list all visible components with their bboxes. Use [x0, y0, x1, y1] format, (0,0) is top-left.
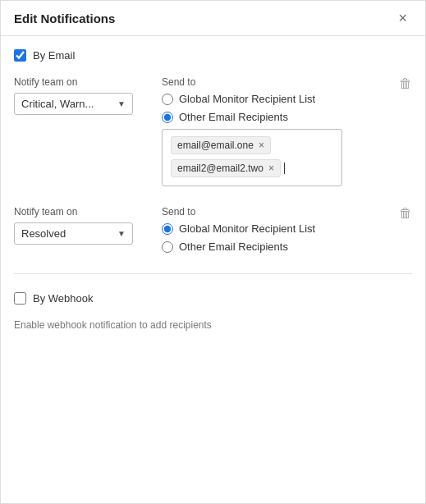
block2-notify-select[interactable]: Resolved ▼ [14, 222, 133, 245]
email-tag-1-remove[interactable]: × [259, 140, 264, 151]
block2-radio-global-label: Global Monitor Recipient List [179, 222, 315, 235]
block2-radio-other[interactable] [162, 241, 173, 253]
block2-left: Notify team on Resolved ▼ [14, 206, 162, 245]
by-email-row: By Email [14, 49, 412, 62]
email-tags-box[interactable]: email@email.one × email2@email2.two × [162, 129, 342, 186]
email-tag-2-remove[interactable]: × [268, 163, 274, 174]
block1-radio-global-label: Global Monitor Recipient List [179, 93, 315, 105]
block2-radio-other-row[interactable]: Other Email Recipients [162, 241, 412, 253]
webhook-section: By Webhook Enable webhook notification t… [14, 289, 412, 331]
email-tag-2: email2@email2.two × [171, 159, 281, 177]
modal-title: Edit Notifications [14, 11, 115, 25]
block2-notify-label: Notify team on [14, 206, 162, 218]
block1-send-to-label: Send to [162, 76, 412, 88]
by-email-label: By Email [33, 49, 75, 62]
webhook-hint: Enable webhook notification to add recip… [14, 319, 412, 331]
modal-body: By Email Notify team on Critical, Warn..… [1, 36, 425, 344]
edit-notifications-modal: Edit Notifications × By Email Notify tea… [0, 0, 426, 504]
block1-trash-icon[interactable]: 🗑 [399, 76, 412, 91]
block2-radio-global-row[interactable]: Global Monitor Recipient List [162, 222, 412, 235]
block2-notify-value: Resolved [21, 227, 66, 240]
modal-header: Edit Notifications × [1, 1, 425, 36]
block2-send-to-label: Send to [162, 206, 412, 218]
block2-select-chevron-icon: ▼ [117, 229, 126, 238]
block1-radio-other-label: Other Email Recipients [179, 111, 288, 123]
block2-radio-other-label: Other Email Recipients [179, 241, 288, 253]
notification-block-2: Notify team on Resolved ▼ Send to Global… [14, 206, 412, 259]
close-button[interactable]: × [393, 9, 412, 27]
by-webhook-row: By Webhook [14, 292, 412, 305]
block2-trash-icon[interactable]: 🗑 [399, 206, 412, 221]
text-cursor [284, 163, 285, 174]
block1-radio-other[interactable] [162, 112, 173, 123]
email-tag-2-row: email2@email2.two × [171, 159, 333, 177]
by-webhook-checkbox[interactable] [14, 292, 26, 305]
by-webhook-label: By Webhook [33, 292, 93, 305]
section-divider [14, 273, 412, 274]
block2-radio-global[interactable] [162, 223, 173, 235]
block1-radio-global-row[interactable]: Global Monitor Recipient List [162, 93, 412, 105]
by-email-checkbox[interactable] [14, 49, 26, 62]
block1-notify-value: Critical, Warn... [21, 98, 94, 110]
email-tag-1: email@email.one × [171, 136, 271, 154]
email-tag-1-value: email@email.one [177, 140, 254, 151]
block2-right: Send to Global Monitor Recipient List Ot… [162, 206, 412, 259]
notification-block-1: Notify team on Critical, Warn... ▼ Send … [14, 76, 412, 186]
block1-notify-label: Notify team on [14, 76, 162, 88]
block1-select-chevron-icon: ▼ [117, 99, 126, 108]
block1-notify-select[interactable]: Critical, Warn... ▼ [14, 93, 133, 115]
block1-radio-global[interactable] [162, 94, 173, 105]
block1-right: Send to Global Monitor Recipient List Ot… [162, 76, 412, 186]
block1-left: Notify team on Critical, Warn... ▼ [14, 76, 162, 115]
email-tag-2-value: email2@email2.two [177, 163, 263, 174]
block1-radio-other-row[interactable]: Other Email Recipients [162, 111, 412, 123]
